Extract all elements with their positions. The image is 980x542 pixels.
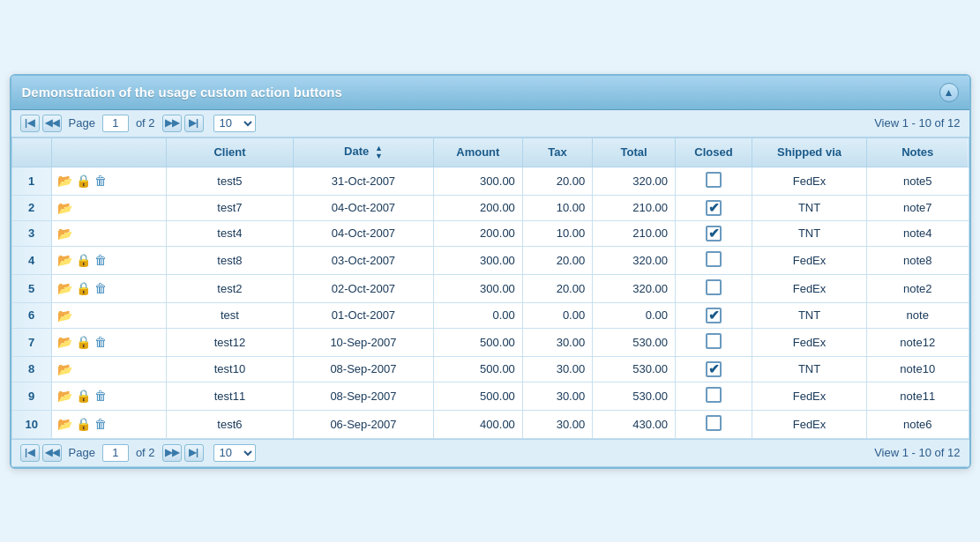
cell-tax: 10.00 [522, 220, 592, 246]
folder-icon[interactable]: 📂 [57, 226, 72, 241]
folder-icon[interactable]: 📂 [57, 417, 72, 431]
cell-closed[interactable] [676, 246, 752, 274]
cell-closed[interactable] [676, 328, 752, 356]
trash-icon[interactable]: 🗑 [94, 335, 107, 349]
last-page-button-top[interactable]: ▶| [184, 115, 204, 132]
lock-icon[interactable]: 🔒 [76, 389, 91, 403]
lock-icon[interactable]: 🔒 [76, 174, 91, 188]
checkbox[interactable]: ✔ [706, 308, 722, 323]
lock-icon[interactable]: 🔒 [76, 253, 91, 267]
cell-date: 06-Sep-2007 [294, 410, 434, 438]
cell-amount: 300.00 [433, 167, 522, 195]
pagination-controls-top: |◀ ◀◀ Page of 2 ▶▶ ▶| 10 25 50 100 [20, 115, 256, 132]
cell-shipped: FedEx [752, 328, 867, 356]
cell-closed[interactable]: ✔ [676, 302, 752, 328]
cell-closed[interactable]: ✔ [676, 195, 752, 220]
trash-icon[interactable]: 🗑 [94, 389, 107, 403]
cell-closed[interactable]: ✔ [676, 356, 752, 382]
folder-icon[interactable]: 📂 [57, 201, 72, 215]
row-number: 9 [11, 382, 51, 410]
trash-icon[interactable]: 🗑 [94, 417, 107, 431]
col-header-total[interactable]: Total [593, 137, 676, 167]
table-row: 1📂🔒🗑test531-Oct-2007300.0020.00320.00Fed… [11, 167, 969, 195]
row-number: 7 [11, 328, 51, 356]
folder-icon[interactable]: 📂 [57, 281, 72, 295]
checkbox[interactable] [706, 387, 722, 403]
cell-closed[interactable] [676, 382, 752, 410]
row-number: 5 [11, 274, 51, 302]
next-page-button-bottom[interactable]: ▶▶ [162, 444, 182, 462]
last-page-button-bottom[interactable]: ▶| [184, 444, 204, 462]
first-page-button-top[interactable]: |◀ [20, 115, 40, 132]
row-actions: 📂🔒🗑 [51, 274, 166, 302]
row-number: 8 [11, 356, 51, 382]
pagination-bar-bottom: |◀ ◀◀ Page of 2 ▶▶ ▶| 10 25 50 100 View … [11, 439, 969, 467]
of-label-bottom: of 2 [136, 446, 155, 459]
page-input-bottom[interactable] [102, 444, 129, 462]
trash-icon[interactable]: 🗑 [94, 174, 107, 188]
cell-amount: 300.00 [433, 274, 522, 302]
page-size-select-bottom[interactable]: 10 25 50 100 [213, 444, 256, 462]
checkbox[interactable] [706, 415, 722, 431]
page-size-select-top[interactable]: 10 25 50 100 [213, 115, 256, 132]
lock-icon[interactable]: 🔒 [76, 335, 91, 349]
lock-icon[interactable]: 🔒 [76, 417, 91, 431]
col-header-date[interactable]: Date ▲▼ [294, 137, 434, 167]
cell-total: 320.00 [593, 274, 676, 302]
folder-icon[interactable]: 📂 [57, 174, 72, 188]
trash-icon[interactable]: 🗑 [94, 281, 107, 295]
cell-total: 210.00 [593, 220, 676, 246]
cell-notes: note11 [866, 382, 969, 410]
prev-page-button-top[interactable]: ◀◀ [42, 115, 62, 132]
cell-date: 31-Oct-2007 [294, 167, 434, 195]
lock-icon[interactable]: 🔒 [76, 281, 91, 295]
cell-date: 08-Sep-2007 [294, 382, 434, 410]
table-header-row: Client Date ▲▼ Amount Tax Total Closed S… [11, 137, 969, 167]
cell-closed[interactable] [676, 410, 752, 438]
cell-notes: note7 [866, 195, 969, 220]
first-page-button-bottom[interactable]: |◀ [20, 444, 40, 462]
cell-client: test7 [166, 195, 293, 220]
folder-icon[interactable]: 📂 [57, 362, 72, 376]
cell-tax: 0.00 [522, 302, 592, 328]
folder-icon[interactable]: 📂 [57, 308, 72, 323]
title-bar: Demonstration of the usage custom action… [11, 76, 969, 110]
cell-client: test11 [166, 382, 293, 410]
cell-amount: 200.00 [433, 195, 522, 220]
cell-client: test10 [166, 356, 293, 382]
checkbox[interactable] [706, 251, 722, 267]
cell-closed[interactable] [676, 167, 752, 195]
col-header-closed[interactable]: Closed [676, 137, 752, 167]
checkbox[interactable]: ✔ [706, 361, 722, 377]
cell-tax: 20.00 [522, 274, 592, 302]
col-header-amount[interactable]: Amount [433, 137, 522, 167]
checkbox[interactable] [706, 279, 722, 295]
of-label-top: of 2 [136, 116, 155, 130]
cell-client: test12 [166, 328, 293, 356]
cell-total: 210.00 [593, 195, 676, 220]
folder-icon[interactable]: 📂 [57, 335, 72, 349]
cell-client: test4 [166, 220, 293, 246]
table-row: 10📂🔒🗑test606-Sep-2007400.0030.00430.00Fe… [11, 410, 969, 438]
trash-icon[interactable]: 🗑 [94, 253, 107, 267]
row-actions: 📂 [51, 195, 166, 220]
folder-icon[interactable]: 📂 [57, 253, 72, 267]
prev-page-button-bottom[interactable]: ◀◀ [42, 444, 62, 462]
col-header-shipped[interactable]: Shipped via [752, 137, 867, 167]
checkbox[interactable]: ✔ [706, 200, 722, 216]
page-input-top[interactable] [102, 115, 129, 132]
collapse-button[interactable]: ▲ [939, 83, 959, 102]
col-header-client[interactable]: Client [166, 137, 293, 167]
checkbox[interactable] [706, 333, 722, 349]
row-number: 3 [11, 220, 51, 246]
next-page-button-top[interactable]: ▶▶ [162, 115, 182, 132]
col-header-tax[interactable]: Tax [522, 137, 592, 167]
checkbox[interactable]: ✔ [706, 226, 722, 241]
main-window: Demonstration of the usage custom action… [10, 74, 971, 469]
checkbox[interactable] [706, 172, 722, 188]
page-label-top: Page [69, 116, 95, 130]
cell-closed[interactable]: ✔ [676, 220, 752, 246]
folder-icon[interactable]: 📂 [57, 389, 72, 403]
cell-date: 10-Sep-2007 [294, 328, 434, 356]
cell-closed[interactable] [676, 274, 752, 302]
